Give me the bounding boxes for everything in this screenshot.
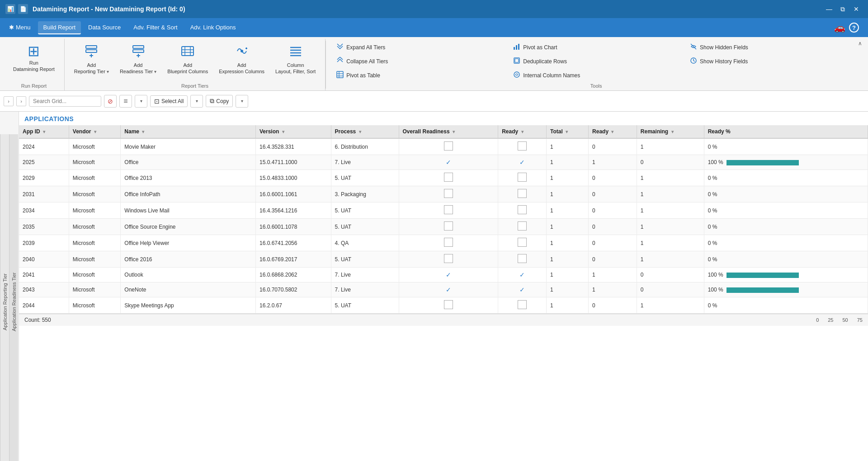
- car-icon[interactable]: 🚗: [834, 22, 845, 33]
- add-readiness-tier-button[interactable]: AddReadiness Tier ▾: [116, 41, 160, 78]
- ribbon-collapse-button[interactable]: ∧: [855, 39, 864, 48]
- total-filter-icon[interactable]: ▾: [566, 129, 568, 134]
- checkbox-unchecked[interactable]: [444, 238, 453, 247]
- svg-rect-5: [133, 50, 144, 52]
- show-hidden-fields-button[interactable]: Show Hidden Fields: [685, 41, 861, 54]
- collapse-all-tiers-button[interactable]: Collapse All Tiers: [331, 55, 507, 68]
- cell-ready1: ✓: [498, 268, 547, 282]
- pivot-as-table-button[interactable]: Pivot as Table: [331, 69, 507, 82]
- col-header-ready-pct: Ready %: [704, 125, 868, 138]
- tools-buttons-grid: Expand All Tiers Pivot as Chart Show Hid…: [331, 41, 861, 82]
- menu-item-adv-filter[interactable]: Adv. Filter & Sort: [128, 21, 183, 34]
- name-filter-icon[interactable]: ▾: [142, 129, 144, 134]
- checkbox-unchecked[interactable]: [518, 254, 527, 263]
- maximize-button[interactable]: ⧉: [836, 3, 849, 15]
- close-button[interactable]: ✕: [850, 3, 863, 15]
- pivot-as-table-label: Pivot as Table: [346, 72, 380, 79]
- left-expand-chevron[interactable]: ›: [4, 96, 14, 106]
- column-layout-filter-sort-button[interactable]: ColumnLayout, Filter, Sort: [271, 41, 320, 78]
- checkbox-unchecked[interactable]: [444, 141, 453, 151]
- add-reporting-tier-button[interactable]: AddReporting Tier ▾: [70, 41, 113, 78]
- cell-ready-pct: 0 %: [704, 219, 868, 235]
- checkbox-checked[interactable]: ✓: [444, 270, 453, 279]
- cell-app-id: 2039: [19, 235, 69, 251]
- cell-ready-pct: 0 %: [704, 186, 868, 202]
- cell-ready1: [498, 138, 547, 155]
- checkbox-checked[interactable]: ✓: [444, 285, 453, 294]
- expand-all-tiers-button[interactable]: Expand All Tiers: [331, 41, 507, 54]
- cell-remaining: 0: [637, 282, 704, 297]
- pivot-chart-icon: [513, 43, 520, 52]
- checkbox-checked[interactable]: ✓: [518, 158, 527, 167]
- cell-app-id: 2034: [19, 202, 69, 219]
- ribbon: ⊞ RunDatamining Report Run Report AddRep…: [0, 37, 868, 91]
- cell-remaining: 1: [637, 202, 704, 219]
- pivot-as-chart-button[interactable]: Pivot as Chart: [508, 41, 684, 54]
- add-blueprint-columns-button[interactable]: AddBlueprint Columns: [163, 41, 212, 78]
- help-icon[interactable]: ?: [849, 23, 859, 33]
- search-input[interactable]: [29, 96, 101, 107]
- checkbox-unchecked[interactable]: [518, 141, 527, 151]
- table-row: 2041 Microsoft Outlook 16.0.6868.2062 7.…: [19, 268, 868, 282]
- copy-button[interactable]: ⧉ Copy: [206, 95, 233, 107]
- menu-button[interactable]: ✱ Menu: [4, 21, 36, 34]
- checkbox-checked[interactable]: ✓: [518, 270, 527, 279]
- checkbox-unchecked[interactable]: [444, 205, 453, 214]
- ready1-filter-icon[interactable]: ▾: [521, 129, 524, 134]
- svg-rect-22: [518, 44, 519, 50]
- cell-app-id: 2044: [19, 297, 69, 314]
- checkbox-unchecked[interactable]: [444, 300, 453, 309]
- col-header-app-id: App ID ▾: [19, 125, 69, 138]
- select-all-button[interactable]: ⊡ Select All: [150, 95, 188, 107]
- cell-remaining: 1: [637, 219, 704, 235]
- checkbox-unchecked[interactable]: [518, 189, 527, 198]
- show-history-fields-button[interactable]: Show History Fields: [685, 55, 861, 68]
- app-id-filter-icon[interactable]: ▾: [43, 129, 45, 134]
- remaining-filter-icon[interactable]: ▾: [671, 129, 674, 134]
- checkbox-unchecked[interactable]: [444, 189, 453, 198]
- search-clear-button[interactable]: ⊘: [104, 95, 117, 108]
- checkbox-unchecked[interactable]: [444, 221, 453, 230]
- col-header-total: Total ▾: [546, 125, 588, 138]
- expand-all-icon: [336, 43, 344, 52]
- menu-item-build-report[interactable]: Build Report: [38, 21, 81, 34]
- app-icon-2[interactable]: 📄: [18, 4, 28, 14]
- checkbox-unchecked[interactable]: [518, 300, 527, 309]
- process-filter-icon[interactable]: ▾: [359, 129, 361, 134]
- ready2-filter-icon[interactable]: ▾: [611, 129, 613, 134]
- filter-rows-button[interactable]: ≡: [119, 95, 132, 108]
- app-icon-1[interactable]: 📊: [5, 4, 15, 14]
- cell-process: 5. UAT: [331, 170, 399, 186]
- minimize-button[interactable]: —: [823, 3, 835, 15]
- vendor-filter-icon[interactable]: ▾: [94, 129, 96, 134]
- tier-expand-chevron[interactable]: ›: [16, 96, 26, 106]
- show-history-fields-label: Show History Fields: [700, 58, 748, 65]
- version-filter-icon[interactable]: ▾: [282, 129, 284, 134]
- checkbox-unchecked[interactable]: [444, 173, 453, 182]
- checkbox-unchecked[interactable]: [518, 205, 527, 214]
- column-layout-icon: [288, 44, 303, 61]
- menu-item-adv-link[interactable]: Adv. Link Options: [185, 21, 241, 34]
- run-datamining-report-button[interactable]: ⊞ RunDatamining Report: [9, 41, 59, 76]
- table-row: 2035 Microsoft Office Source Engine 16.0…: [19, 219, 868, 235]
- checkbox-checked[interactable]: ✓: [444, 158, 453, 167]
- deduplicate-rows-button[interactable]: Deduplicate Rows: [508, 55, 684, 68]
- cell-name: Office: [121, 155, 256, 170]
- checkbox-unchecked[interactable]: [518, 221, 527, 230]
- checkbox-unchecked[interactable]: [444, 254, 453, 263]
- add-expression-columns-button[interactable]: AddExpression Columns: [215, 41, 269, 78]
- checkbox-unchecked[interactable]: [518, 173, 527, 182]
- checkbox-checked[interactable]: ✓: [518, 285, 527, 294]
- checkbox-unchecked[interactable]: [518, 238, 527, 247]
- add-blueprint-columns-icon: [180, 44, 195, 61]
- menu-item-data-source[interactable]: Data Source: [83, 21, 126, 34]
- table-row: 2040 Microsoft Office 2016 16.0.6769.201…: [19, 251, 868, 268]
- internal-column-names-button[interactable]: Internal Column Names: [508, 69, 684, 82]
- copy-dropdown-button[interactable]: ▾: [236, 95, 248, 108]
- select-all-dropdown-button[interactable]: ▾: [190, 95, 203, 108]
- scale-50: 50: [843, 317, 848, 323]
- overall-readiness-filter-icon[interactable]: ▾: [453, 129, 455, 134]
- select-all-icon: ⊡: [154, 98, 160, 105]
- cell-vendor: Microsoft: [69, 202, 121, 219]
- filter-dropdown-button[interactable]: ▾: [135, 95, 147, 108]
